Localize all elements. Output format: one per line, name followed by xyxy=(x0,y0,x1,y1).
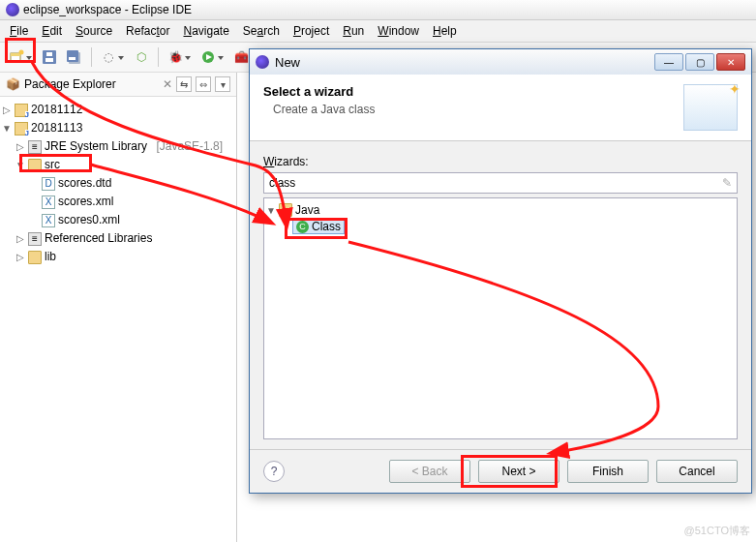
svg-rect-4 xyxy=(45,58,53,62)
menu-source[interactable]: Source xyxy=(70,22,118,40)
src-folder-node[interactable]: ▼src xyxy=(2,156,234,174)
project-tree[interactable]: ▷20181112 ▼20181113 ▷≡JRE System Library… xyxy=(0,97,236,270)
maximize-button[interactable]: ▢ xyxy=(685,53,714,71)
wizard-filter-input[interactable] xyxy=(269,176,722,190)
minimize-button[interactable]: — xyxy=(654,53,683,71)
wizards-label: Wizards: xyxy=(263,155,738,168)
menu-search[interactable]: Search xyxy=(237,22,286,40)
dialog-titlebar[interactable]: New — ▢ ✕ xyxy=(250,49,751,75)
svg-rect-5 xyxy=(46,52,52,56)
eclipse-icon xyxy=(256,55,269,69)
debug-button[interactable]: 🐞 xyxy=(165,46,186,68)
skip-breakpoints-button[interactable]: ◌ xyxy=(98,46,119,68)
svg-rect-7 xyxy=(67,50,78,62)
dialog-subheading: Create a Java class xyxy=(263,103,375,116)
new-wizard-dialog: New — ▢ ✕ Select a wizard Create a Java … xyxy=(249,48,752,494)
next-button[interactable]: Next > xyxy=(478,460,559,483)
menu-navigate[interactable]: Navigate xyxy=(177,22,234,40)
save-all-button[interactable] xyxy=(64,46,85,68)
run-button[interactable] xyxy=(197,46,219,68)
project-node[interactable]: ▼20181113 xyxy=(2,119,234,137)
menu-refactor[interactable]: Refactor xyxy=(120,22,175,40)
referenced-libraries-node[interactable]: ▷≡Referenced Libraries xyxy=(2,229,234,248)
class-icon: C xyxy=(296,221,309,233)
svg-rect-8 xyxy=(69,57,76,60)
package-explorer-icon: 📦 xyxy=(6,77,20,91)
file-node[interactable]: Dscores.dtd xyxy=(2,174,234,193)
collapse-all-button[interactable]: ⇆ xyxy=(176,76,192,92)
back-button[interactable]: < Back xyxy=(389,460,470,483)
new-wizard-button[interactable] xyxy=(6,46,27,68)
main-window-titlebar: eclipse_workspace - Eclipse IDE xyxy=(0,0,756,20)
finish-button[interactable]: Finish xyxy=(567,460,649,483)
jre-library-node[interactable]: ▷≡JRE System Library [JavaSE-1.8] xyxy=(2,137,234,156)
eclipse-icon xyxy=(6,3,19,16)
cancel-button[interactable]: Cancel xyxy=(656,460,738,483)
save-button[interactable] xyxy=(39,46,60,68)
close-button[interactable]: ✕ xyxy=(716,53,745,71)
svg-rect-1 xyxy=(11,53,20,56)
window-title: eclipse_workspace - Eclipse IDE xyxy=(23,3,192,16)
java-category-node[interactable]: ▼Java xyxy=(266,202,735,218)
menu-window[interactable]: Window xyxy=(372,22,425,40)
project-node[interactable]: ▷20181112 xyxy=(2,101,234,119)
menu-edit[interactable]: Edit xyxy=(36,22,68,40)
menu-project[interactable]: Project xyxy=(287,22,335,40)
wizard-banner-icon xyxy=(683,84,738,131)
wizard-filter-field[interactable]: ✎ xyxy=(263,172,738,194)
dialog-heading: Select a wizard xyxy=(263,84,375,99)
watermark: @51CTO博客 xyxy=(684,524,750,538)
dialog-title: New xyxy=(275,55,649,70)
class-wizard-node[interactable]: CClass xyxy=(266,218,735,235)
lib-folder-node[interactable]: ▷lib xyxy=(2,248,234,266)
dialog-footer: ? < Back Next > Finish Cancel xyxy=(250,449,751,493)
menu-bar: File Edit Source Refactor Navigate Searc… xyxy=(0,20,756,43)
view-menu-button[interactable]: ▾ xyxy=(215,76,230,92)
close-view-icon[interactable]: ✕ xyxy=(163,77,172,91)
menu-file[interactable]: File xyxy=(4,22,34,40)
build-button[interactable]: ⬡ xyxy=(131,46,152,68)
svg-point-2 xyxy=(19,50,24,55)
menu-help[interactable]: Help xyxy=(427,22,463,40)
wizard-tree[interactable]: ▼Java CClass xyxy=(263,197,738,439)
help-button[interactable]: ? xyxy=(263,461,285,482)
package-explorer-view: 📦 Package Explorer ✕ ⇆ ⇔ ▾ ▷20181112 ▼20… xyxy=(0,73,237,542)
view-title: Package Explorer xyxy=(24,77,159,91)
dialog-header: Select a wizard Create a Java class xyxy=(250,75,751,141)
file-node[interactable]: Xscores0.xml xyxy=(2,211,234,229)
clear-filter-icon[interactable]: ✎ xyxy=(722,176,732,190)
link-editor-button[interactable]: ⇔ xyxy=(196,76,211,92)
file-node[interactable]: Xscores.xml xyxy=(2,193,234,211)
menu-run[interactable]: Run xyxy=(337,22,370,40)
